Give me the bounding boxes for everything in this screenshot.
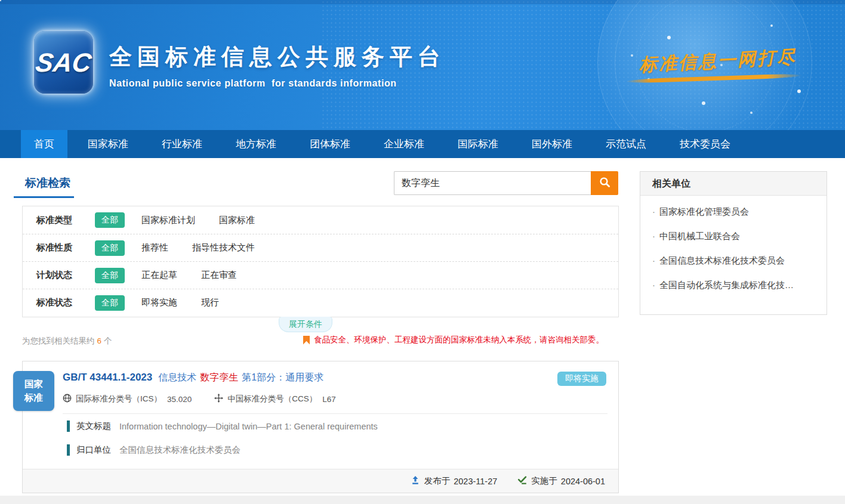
status-badge: 即将实施 bbox=[557, 372, 606, 386]
globe-icon bbox=[63, 394, 76, 404]
nav-item-local-standards[interactable]: 地方标准 bbox=[223, 130, 289, 158]
filter-option[interactable]: 国家标准 bbox=[219, 215, 255, 226]
nav-item-industry-standards[interactable]: 行业标准 bbox=[149, 130, 215, 158]
org-link-automation-committee[interactable]: 全国自动化系统与集成标准化技… bbox=[640, 273, 827, 298]
search-button[interactable] bbox=[591, 171, 618, 195]
sac-logo[interactable]: SAC bbox=[34, 31, 93, 94]
published-date-item: 发布于 2023-11-27 bbox=[411, 475, 498, 487]
filter-row-plan-status: 计划状态 全部 正在起草 正在审查 bbox=[23, 261, 618, 289]
related-organizations-title: 相关单位 bbox=[640, 172, 827, 196]
org-link-it-standardization-committee[interactable]: 全国信息技术标准化技术委员会 bbox=[640, 249, 827, 273]
nav-item-enterprise-standards[interactable]: 企业标准 bbox=[371, 130, 437, 158]
committee-value: 全国信息技术标准化技术委员会 bbox=[119, 444, 240, 456]
filter-row-standard-type: 标准类型 全部 国家标准计划 国家标准 bbox=[23, 206, 618, 234]
standard-title-link[interactable]: GB/T 43441.1-2023信息技术数字孪生第1部分：通用要求 bbox=[63, 372, 327, 384]
standard-result-card: 国家 标准 GB/T 43441.1-2023信息技术数字孪生第1部分：通用要求… bbox=[22, 361, 619, 493]
standard-code: GB/T 43441.1-2023 bbox=[63, 372, 152, 383]
badge-line1: 国家 bbox=[13, 378, 54, 391]
bookmark-icon bbox=[303, 336, 310, 345]
ccs-label: 中国标准分类号（CCS） bbox=[227, 394, 317, 404]
platform-subtitle: National public service platform for sta… bbox=[109, 78, 446, 89]
filter-label: 标准类型 bbox=[36, 215, 95, 226]
published-label: 发布于 bbox=[424, 475, 451, 487]
upload-icon bbox=[411, 475, 424, 487]
filter-all-button[interactable]: 全部 bbox=[95, 268, 125, 283]
standard-title-part1: 信息技术 bbox=[158, 372, 196, 382]
banner-sparkles bbox=[0, 0, 1, 1]
filter-option[interactable]: 正在审查 bbox=[201, 270, 237, 281]
filter-all-button[interactable]: 全部 bbox=[95, 212, 125, 228]
published-date: 2023-11-27 bbox=[454, 477, 497, 486]
page-title: 标准检索 bbox=[25, 175, 70, 191]
filter-option[interactable]: 现行 bbox=[201, 297, 219, 308]
classification-meta-row: 国际标准分类号（ICS） 35.020 中国标准分类号（CCS） L67 bbox=[63, 394, 336, 404]
org-link-machinery-federation[interactable]: 中国机械工业联合会 bbox=[640, 224, 827, 249]
sac-logo-text: SAC bbox=[34, 48, 94, 78]
card-divider bbox=[63, 413, 607, 414]
implemented-date: 2024-06-01 bbox=[561, 477, 605, 486]
filter-option[interactable]: 正在起草 bbox=[141, 270, 177, 281]
english-title-row: 英文标题 Information technology—Digital twin… bbox=[67, 420, 378, 432]
main-nav: 首页 国家标准 行业标准 地方标准 团体标准 企业标准 国际标准 国外标准 示范… bbox=[0, 130, 845, 158]
filter-label: 计划状态 bbox=[36, 270, 95, 281]
result-count-prefix: 为您找到相关结果约 bbox=[22, 336, 95, 345]
page-title-underline bbox=[14, 196, 74, 198]
english-title-value: Information technology—Digital twin—Part… bbox=[119, 422, 378, 431]
filter-row-standard-status: 标准状态 全部 即将实施 现行 bbox=[23, 289, 618, 316]
result-count-suffix: 个 bbox=[104, 336, 112, 345]
filter-all-button[interactable]: 全部 bbox=[95, 240, 125, 256]
filter-option[interactable]: 指导性技术文件 bbox=[192, 242, 255, 253]
nav-item-national-standards[interactable]: 国家标准 bbox=[75, 130, 141, 158]
search-icon bbox=[599, 177, 610, 190]
expand-conditions-button[interactable]: 展开条件 bbox=[279, 317, 332, 332]
system-notice: 食品安全、环境保护、工程建设方面的国家标准未纳入本系统，请咨询相关部委。 bbox=[303, 335, 604, 345]
standard-title-highlight: 数字孪生 bbox=[200, 372, 238, 382]
related-organizations-list: 国家标准化管理委员会 中国机械工业联合会 全国信息技术标准化技术委员会 全国自动… bbox=[640, 196, 827, 298]
ccs-value: L67 bbox=[322, 395, 336, 404]
ccs-group: 中国标准分类号（CCS） L67 bbox=[214, 394, 336, 404]
filter-option[interactable]: 即将实施 bbox=[141, 297, 177, 308]
bottom-strip bbox=[0, 496, 845, 504]
result-count-number: 6 bbox=[97, 336, 102, 345]
nav-item-pilot-demo[interactable]: 示范试点 bbox=[593, 130, 659, 158]
platform-title: 全国标准信息公共服务平台 bbox=[109, 42, 446, 72]
ics-label: 国际标准分类号（ICS） bbox=[76, 394, 162, 404]
committee-row: 归口单位 全国信息技术标准化技术委员会 bbox=[67, 444, 240, 456]
english-title-label: 英文标题 bbox=[76, 420, 111, 432]
row-accent-bar bbox=[67, 420, 70, 432]
nav-item-group-standards[interactable]: 团体标准 bbox=[297, 130, 363, 158]
implemented-date-item: 实施于 2024-06-01 bbox=[517, 475, 605, 487]
related-organizations-panel: 相关单位 国家标准化管理委员会 中国机械工业联合会 全国信息技术标准化技术委员会… bbox=[640, 171, 827, 315]
standard-title-part2: 第1部分：通用要求 bbox=[242, 372, 323, 382]
committee-label: 归口单位 bbox=[76, 444, 111, 456]
filter-label: 标准性质 bbox=[36, 242, 95, 253]
nav-item-foreign-standards[interactable]: 国外标准 bbox=[519, 130, 585, 158]
header-banner: SAC 全国标准信息公共服务平台 National public service… bbox=[0, 0, 845, 130]
card-footer: 发布于 2023-11-27 实施于 2024-06-01 bbox=[23, 469, 618, 493]
national-standard-badge: 国家 标准 bbox=[13, 371, 54, 411]
nav-item-home[interactable]: 首页 bbox=[21, 130, 67, 158]
notice-text: 食品安全、环境保护、工程建设方面的国家标准未纳入本系统，请咨询相关部委。 bbox=[314, 335, 604, 345]
nav-item-international-standards[interactable]: 国际标准 bbox=[445, 130, 511, 158]
search-input[interactable] bbox=[394, 171, 591, 195]
filter-all-button[interactable]: 全部 bbox=[95, 295, 125, 311]
implemented-label: 实施于 bbox=[531, 475, 557, 487]
platform-title-block: 全国标准信息公共服务平台 National public service pla… bbox=[109, 42, 446, 89]
result-count-line: 为您找到相关结果约6个 bbox=[22, 336, 112, 347]
org-link-sac[interactable]: 国家标准化管理委员会 bbox=[640, 200, 827, 224]
filter-option[interactable]: 推荐性 bbox=[141, 242, 168, 253]
check-icon bbox=[517, 475, 531, 487]
filter-panel: 标准类型 全部 国家标准计划 国家标准 标准性质 全部 推荐性 指导性技术文件 … bbox=[22, 206, 619, 317]
filter-row-standard-nature: 标准性质 全部 推荐性 指导性技术文件 bbox=[23, 234, 618, 261]
compass-icon bbox=[214, 394, 227, 404]
badge-line2: 标准 bbox=[13, 391, 54, 404]
search-box bbox=[394, 171, 618, 195]
row-accent-bar bbox=[67, 444, 70, 456]
ics-value: 35.020 bbox=[167, 395, 192, 404]
nav-item-technical-committees[interactable]: 技术委员会 bbox=[667, 130, 744, 158]
filter-label: 标准状态 bbox=[36, 297, 95, 308]
filter-option[interactable]: 国家标准计划 bbox=[141, 215, 195, 226]
